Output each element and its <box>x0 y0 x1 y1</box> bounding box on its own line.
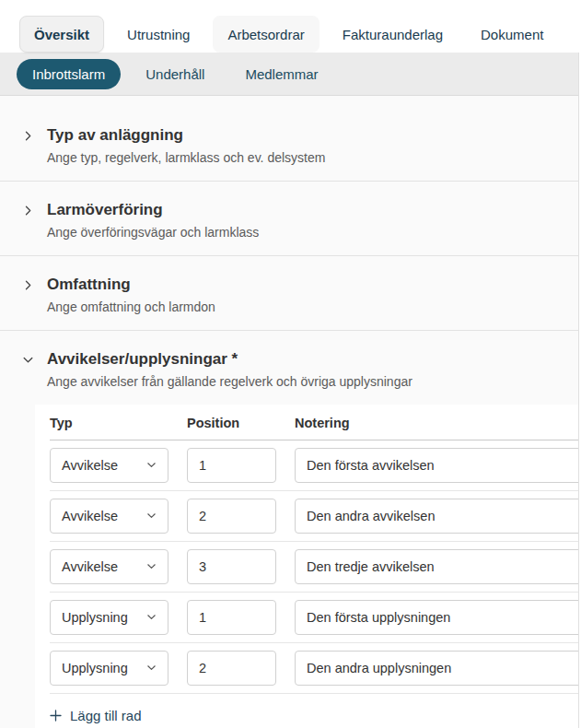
column-header-position: Position <box>187 416 276 430</box>
subnav-item-underhall[interactable]: Underhåll <box>130 59 220 89</box>
typ-select[interactable]: Avvikelse <box>50 549 168 584</box>
typ-select[interactable]: Avvikelse <box>50 499 168 534</box>
plus-icon <box>50 710 62 722</box>
subnav-bar: Inbrottslarm Underhåll Medlemmar <box>0 53 578 96</box>
section-avvikelser-upplysningar: Avvikelser/upplysningar * Ange avvikelse… <box>0 331 578 728</box>
notering-input[interactable] <box>295 499 579 534</box>
section-title: Omfattning <box>47 275 131 295</box>
chevron-down-icon <box>146 610 157 625</box>
tab-utrustning[interactable]: Utrustning <box>112 16 204 53</box>
chevron-down-icon <box>146 509 157 523</box>
tab-arbetsordrar[interactable]: Arbetsordrar <box>213 16 319 53</box>
notering-input[interactable] <box>295 448 579 483</box>
chevron-right-icon <box>22 205 34 217</box>
section-header[interactable]: Avvikelser/upplysningar * <box>22 349 578 370</box>
tab-dokument[interactable]: Dokument <box>466 16 558 53</box>
typ-select[interactable]: Upplysning <box>50 600 168 635</box>
chevron-down-icon <box>146 458 157 473</box>
section-larmoverforing: Larmöverföring Ange överföringsvägar och… <box>0 182 578 256</box>
table-row: Avvikelse <box>50 491 579 542</box>
table-row: Upplysning <box>50 643 579 694</box>
tab-bar: Översikt Utrustning Arbetsordrar Faktura… <box>0 0 581 53</box>
tab-fakturaunderlag[interactable]: Fakturaunderlag <box>328 16 458 53</box>
section-subtitle: Ange omfattning och larmdon <box>47 299 578 315</box>
typ-select-value: Avvikelse <box>62 458 118 473</box>
section-title: Avvikelser/upplysningar * <box>47 349 238 370</box>
subnav-item-medlemmar[interactable]: Medlemmar <box>229 59 333 89</box>
chevron-right-icon <box>22 130 34 142</box>
chevron-down-icon <box>22 354 34 366</box>
position-input[interactable] <box>187 600 276 635</box>
typ-select[interactable]: Upplysning <box>50 651 168 686</box>
subnav-item-inbrottslarm[interactable]: Inbrottslarm <box>17 59 121 89</box>
section-title: Typ av anläggning <box>47 125 183 146</box>
notering-input[interactable] <box>295 651 579 686</box>
tab-historik[interactable]: Historik <box>566 16 581 53</box>
table-row: Upplysning <box>50 593 579 643</box>
typ-select[interactable]: Avvikelse <box>50 448 168 483</box>
main-content: Typ av anläggning Ange typ, regelverk, l… <box>0 96 579 728</box>
section-omfattning: Omfattning Ange omfattning och larmdon <box>0 256 578 331</box>
section-header[interactable]: Larmöverföring <box>22 200 578 220</box>
table-header-row: Typ Position Notering <box>50 405 579 440</box>
chevron-down-icon <box>146 559 157 574</box>
add-row-label: Lägg till rad <box>70 708 142 723</box>
typ-select-value: Upplysning <box>62 610 128 625</box>
table-row: Avvikelse <box>50 542 579 593</box>
typ-select-value: Upplysning <box>62 661 128 675</box>
table-row: Avvikelse <box>50 440 579 491</box>
section-subtitle: Ange överföringsvägar och larmklass <box>47 224 578 241</box>
position-input[interactable] <box>187 448 276 483</box>
notering-input[interactable] <box>295 600 579 635</box>
column-header-notering: Notering <box>295 416 579 430</box>
deviations-table: Typ Position Notering Avvikelse Avvikels… <box>35 405 579 728</box>
subnav-wrap: Inbrottslarm Underhåll Medlemmar <box>0 53 579 96</box>
section-subtitle: Ange typ, regelverk, larmklass och ev. d… <box>47 149 578 166</box>
chevron-down-icon <box>146 661 157 675</box>
chevron-right-icon <box>22 279 34 291</box>
section-title: Larmöverföring <box>47 200 163 220</box>
column-header-typ: Typ <box>50 416 168 430</box>
typ-select-value: Avvikelse <box>62 509 118 523</box>
section-header[interactable]: Omfattning <box>22 275 578 295</box>
typ-select-value: Avvikelse <box>62 559 118 574</box>
section-subtitle: Ange avvikelser från gällande regelverk … <box>47 373 578 390</box>
section-typ-av-anlaggning: Typ av anläggning Ange typ, regelverk, l… <box>0 96 578 182</box>
position-input[interactable] <box>187 549 276 584</box>
add-row-button[interactable]: Lägg till rad <box>50 694 142 728</box>
tab-oversikt[interactable]: Översikt <box>19 16 104 53</box>
notering-input[interactable] <box>295 549 579 584</box>
position-input[interactable] <box>187 499 276 534</box>
section-header[interactable]: Typ av anläggning <box>22 125 578 146</box>
position-input[interactable] <box>187 651 276 686</box>
